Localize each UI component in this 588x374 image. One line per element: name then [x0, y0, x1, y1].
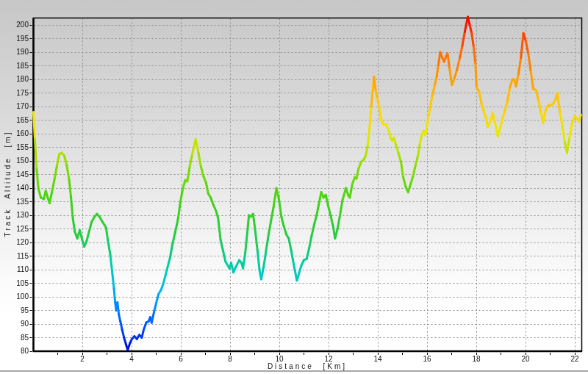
bottom-separator-line: [0, 370, 588, 372]
altitude-profile-chart: 8085909510010511011512012513013514014515…: [0, 0, 588, 374]
chart-canvas: [0, 0, 588, 374]
